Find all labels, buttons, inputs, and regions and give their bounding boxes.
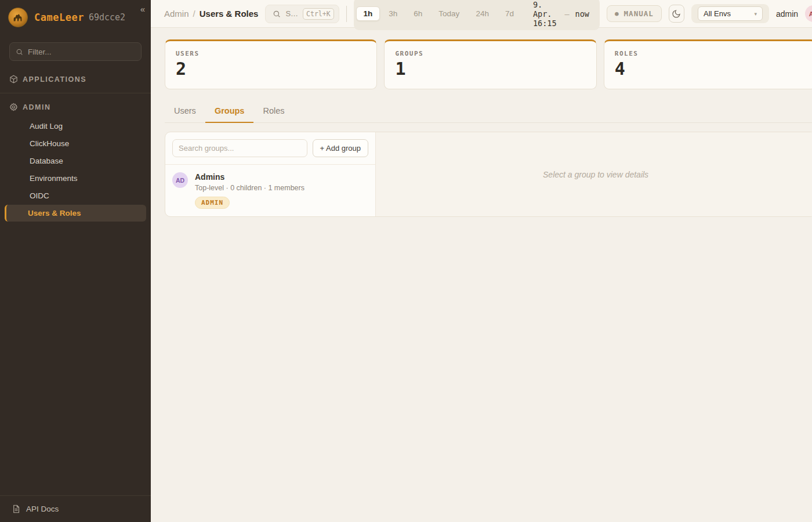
admin-nav: Audit Log ClickHouse Database Environmen… [0, 117, 151, 222]
top-header: Admin / Users & Roles S… Ctrl+K 1h 3h 6h… [151, 0, 812, 28]
time-to: now [575, 9, 589, 19]
time-range-6h[interactable]: 6h [406, 6, 430, 21]
group-item-body: Admins Top-level · 0 children · 1 member… [195, 172, 304, 209]
app-name: CameLeer [34, 12, 84, 23]
status-dot: ● [615, 10, 619, 17]
app-build-id: 69dcce2 [89, 12, 125, 23]
refresh-mode-button[interactable]: ● MANUAL [607, 5, 662, 22]
user-area: admin AD [776, 5, 812, 22]
group-name: Admins [195, 172, 304, 182]
user-name: admin [776, 9, 798, 19]
breadcrumb-separator: / [193, 9, 195, 19]
time-range-control: 1h 3h 6h Today 24h 7d 9. Apr. 16:15 – no… [354, 0, 600, 30]
section-label: ADMIN [23, 103, 50, 111]
app-logo-icon [8, 8, 28, 27]
stat-label: USERS [176, 50, 366, 57]
page-content: USERS 2 GROUPS 1 ROLES 4 Users Groups Ro… [151, 28, 812, 522]
stat-value: 4 [615, 59, 805, 78]
group-search-input[interactable] [172, 139, 307, 157]
empty-state-text: Select a group to view details [543, 170, 648, 179]
chevron-down-icon: ▾ [754, 11, 757, 17]
group-role-badge: ADMIN [195, 197, 230, 209]
time-range-7d[interactable]: 7d [498, 6, 521, 21]
tab-groups[interactable]: Groups [205, 102, 254, 123]
env-selector[interactable]: All Envs ▾ [698, 6, 763, 21]
time-range-today[interactable]: Today [431, 6, 467, 21]
search-placeholder-truncated: S… [285, 9, 298, 18]
theme-toggle-button[interactable] [669, 5, 684, 23]
sidebar-section-applications[interactable]: APPLICATIONS [0, 71, 151, 87]
sidebar: CameLeer 69dcce2 « Filter... APPLICATION… [0, 0, 151, 522]
sidebar-section-admin[interactable]: ADMIN [0, 99, 151, 115]
stat-card-groups: GROUPS 1 [384, 39, 596, 89]
filter-placeholder: Filter... [28, 48, 52, 56]
app-logo-row: CameLeer 69dcce2 « [0, 0, 151, 34]
group-detail-panel: Select a group to view details [376, 132, 812, 216]
breadcrumb-admin[interactable]: Admin [164, 9, 189, 19]
sidebar-divider [0, 93, 151, 93]
tabs: Users Groups Roles [165, 102, 812, 123]
breadcrumb: Admin / Users & Roles [164, 9, 258, 19]
stat-card-users: USERS 2 [165, 39, 377, 89]
user-avatar[interactable]: AD [805, 5, 812, 22]
sidebar-collapse-icon[interactable]: « [140, 5, 145, 13]
sidebar-item-database[interactable]: Database [5, 153, 146, 169]
api-docs-link[interactable]: API Docs [0, 495, 151, 522]
stat-value: 2 [176, 59, 366, 78]
groups-panel: + Add group AD Admins Top-level · 0 chil… [165, 132, 812, 217]
time-separator: – [564, 9, 569, 19]
stat-value: 1 [395, 59, 585, 78]
sidebar-item-clickhouse[interactable]: ClickHouse [5, 135, 146, 152]
refresh-mode-label: MANUAL [624, 9, 654, 18]
tab-users[interactable]: Users [165, 102, 205, 123]
group-avatar: AD [172, 172, 188, 188]
group-list-column: + Add group AD Admins Top-level · 0 chil… [165, 132, 376, 216]
search-shortcut-kbd: Ctrl+K [303, 8, 334, 20]
time-range-24h[interactable]: 24h [468, 6, 496, 21]
camel-icon [12, 11, 24, 24]
search-icon [273, 10, 281, 18]
document-icon [12, 505, 20, 513]
global-search-button[interactable]: S… Ctrl+K [265, 5, 339, 23]
main-area: Admin / Users & Roles S… Ctrl+K 1h 3h 6h… [151, 0, 812, 522]
group-list-item[interactable]: AD Admins Top-level · 0 children · 1 mem… [165, 165, 375, 216]
section-label: APPLICATIONS [23, 75, 86, 84]
sidebar-item-users-roles[interactable]: Users & Roles [5, 205, 146, 222]
sidebar-item-audit-log[interactable]: Audit Log [5, 118, 146, 135]
group-meta: Top-level · 0 children · 1 members [195, 184, 304, 192]
moon-icon [672, 9, 681, 19]
group-toolbar: + Add group [165, 132, 375, 165]
search-icon [16, 48, 23, 56]
time-range-3h[interactable]: 3h [381, 6, 405, 21]
breadcrumb-current: Users & Roles [200, 9, 259, 19]
stat-label: GROUPS [395, 50, 585, 57]
tab-roles[interactable]: Roles [253, 102, 293, 123]
sidebar-filter-input[interactable]: Filter... [9, 42, 142, 61]
time-from: 9. Apr. 16:15 [533, 0, 559, 28]
stats-row: USERS 2 GROUPS 1 ROLES 4 [165, 39, 812, 89]
add-group-button[interactable]: + Add group [313, 139, 368, 157]
sidebar-item-oidc[interactable]: OIDC [5, 187, 146, 204]
time-display[interactable]: 9. Apr. 16:15 – now [523, 0, 597, 28]
env-selector-wrapper: All Envs ▾ [691, 4, 769, 23]
env-selector-value: All Envs [704, 9, 731, 18]
stat-card-roles: ROLES 4 [604, 39, 812, 89]
api-docs-label: API Docs [26, 505, 59, 513]
gear-icon [9, 103, 18, 111]
sidebar-item-environments[interactable]: Environments [5, 170, 146, 187]
stat-label: ROLES [615, 50, 805, 57]
header-divider [346, 6, 347, 22]
time-range-1h[interactable]: 1h [356, 6, 380, 21]
package-icon [9, 75, 18, 84]
